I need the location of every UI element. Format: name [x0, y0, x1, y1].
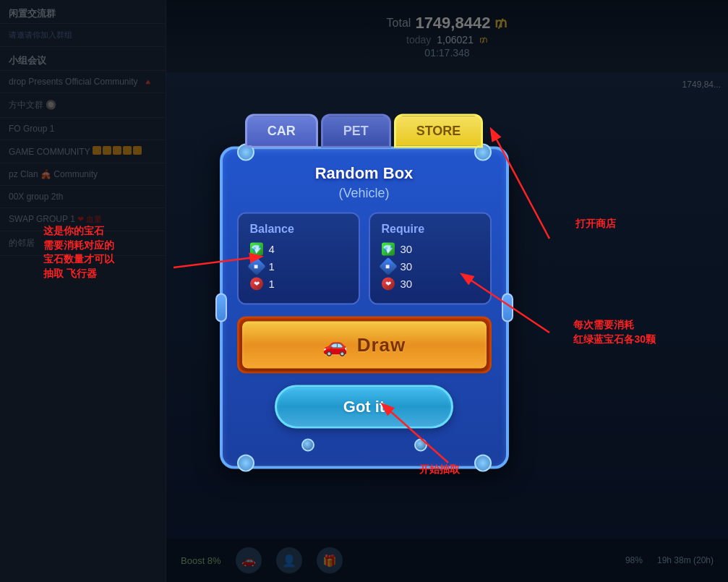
balance-green-row: 💎 4 [250, 242, 347, 255]
screw-right [414, 438, 427, 451]
tab-row: CAR PET STORE [245, 114, 484, 147]
require-blue-row: ◆ 30 [382, 260, 479, 273]
bottom-screws [237, 438, 492, 451]
stats-row: Balance 💎 4 ◆ 1 ❤ 1 Require 💎 [237, 212, 492, 304]
got-it-button[interactable]: Got it [275, 385, 453, 428]
tab-store[interactable]: STORE [394, 114, 484, 147]
require-blue-gem-icon: ◆ [379, 257, 397, 275]
red-gem-icon: ❤ [250, 277, 263, 290]
balance-panel: Balance 💎 4 ◆ 1 ❤ 1 [237, 212, 360, 304]
draw-car-icon: 🚗 [322, 333, 348, 356]
modal-container: CAR PET STORE Random Box (Vehicle) Balan… [220, 114, 509, 468]
require-red-value: 30 [401, 278, 413, 290]
side-decoration-right [502, 293, 513, 322]
screw-left [301, 438, 314, 451]
blue-gem-icon: ◆ [247, 257, 265, 275]
require-label: Require [382, 222, 479, 235]
balance-green-value: 4 [269, 243, 275, 255]
balance-red-row: ❤ 1 [250, 277, 347, 290]
require-green-value: 30 [401, 243, 413, 255]
balance-red-value: 1 [269, 278, 275, 290]
require-green-gem-icon: 💎 [382, 242, 395, 255]
require-green-row: 💎 30 [382, 242, 479, 255]
modal-title: Random Box [237, 163, 492, 182]
require-blue-value: 30 [401, 260, 413, 273]
require-red-gem-icon: ❤ [382, 277, 395, 290]
draw-button-wrap: 🚗 Draw [237, 316, 492, 373]
corner-decoration-br [474, 454, 492, 471]
draw-button[interactable]: 🚗 Draw [242, 321, 487, 368]
balance-blue-row: ◆ 1 [250, 260, 347, 273]
balance-label: Balance [250, 222, 347, 235]
corner-decoration-bl [237, 454, 254, 471]
tab-pet[interactable]: PET [321, 114, 391, 147]
tab-car[interactable]: CAR [245, 114, 318, 147]
require-red-row: ❤ 30 [382, 277, 479, 290]
modal-box: Random Box (Vehicle) Balance 💎 4 ◆ 1 ❤ 1 [220, 146, 509, 468]
draw-button-label: Draw [357, 333, 406, 356]
modal-subtitle: (Vehicle) [237, 185, 492, 200]
balance-blue-value: 1 [269, 260, 275, 273]
green-gem-icon: 💎 [250, 242, 263, 255]
require-panel: Require 💎 30 ◆ 30 ❤ 30 [369, 212, 492, 304]
side-decoration-left [215, 293, 227, 322]
